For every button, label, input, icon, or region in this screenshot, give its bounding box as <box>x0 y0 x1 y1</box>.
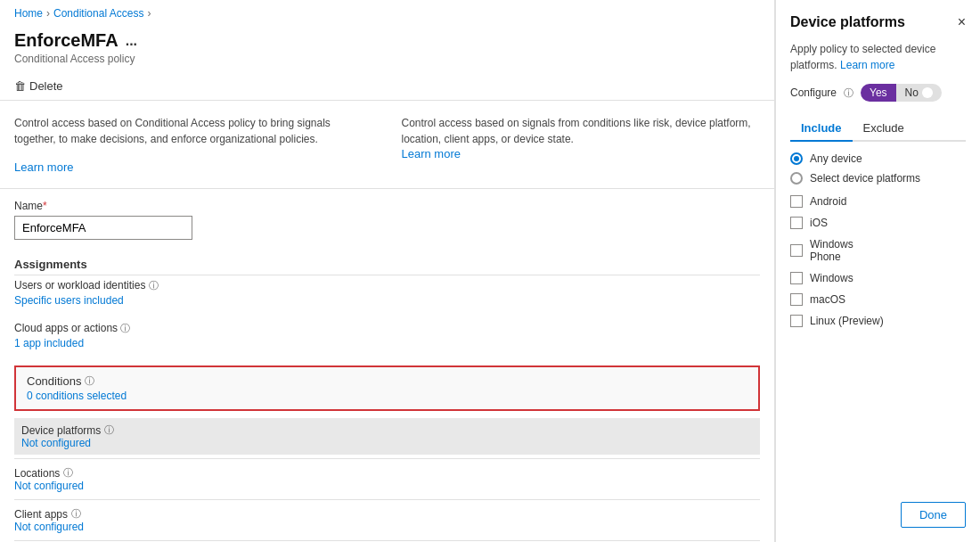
linux-checkbox[interactable]: Linux (Preview) <box>790 315 966 327</box>
select-platforms-radio-circle <box>790 172 803 185</box>
panel-learn-more[interactable]: Learn more <box>840 59 894 71</box>
device-platforms-value: Not configured <box>21 437 753 449</box>
configure-label: Configure <box>790 86 837 99</box>
windows-checkbox-box <box>790 272 803 284</box>
tab-exclude[interactable]: Exclude <box>853 116 915 142</box>
windows-label: Windows <box>810 272 853 284</box>
select-platforms-label: Select device platforms <box>810 172 920 185</box>
configure-row: Configure ⓘ Yes No <box>790 84 966 102</box>
right-learn-more[interactable]: Learn more <box>402 147 461 160</box>
android-checkbox-box <box>790 195 803 208</box>
left-desc-text: Control access based on Conditional Acce… <box>14 115 373 147</box>
page-subtitle: Conditional Access policy <box>14 53 760 65</box>
android-checkbox[interactable]: Android <box>790 195 966 208</box>
windows-checkbox[interactable]: Windows <box>790 272 966 284</box>
page-title-text: EnforceMFA <box>14 30 118 51</box>
windows-phone-checkbox-box <box>790 244 803 257</box>
users-value[interactable]: Specific users included <box>14 294 760 307</box>
android-label: Android <box>810 195 846 208</box>
side-panel-header: Device platforms × <box>790 14 966 30</box>
name-section: Name* <box>0 189 774 250</box>
any-device-radio[interactable]: Any device <box>790 152 966 165</box>
device-platforms-row[interactable]: Device platforms ⓘ Not configured <box>14 418 760 455</box>
done-button-row: Done <box>901 502 966 528</box>
side-panel: Device platforms × Apply policy to selec… <box>775 0 980 542</box>
side-panel-title: Device platforms <box>790 14 905 30</box>
cloud-label: Cloud apps or actions ⓘ <box>14 322 760 335</box>
description-section: Control access based on Conditional Acce… <box>0 101 774 189</box>
any-device-label: Any device <box>810 152 862 165</box>
toggle-yes[interactable]: Yes <box>861 84 896 102</box>
windows-phone-label: WindowsPhone <box>810 238 853 263</box>
linux-checkbox-box <box>790 315 803 327</box>
breadcrumb-sep1: › <box>46 7 50 20</box>
right-description: Control access based on signals from con… <box>402 115 761 174</box>
toggle-dot <box>922 87 933 98</box>
delete-button[interactable]: 🗑 Delete <box>14 79 63 93</box>
delete-label: Delete <box>29 79 63 93</box>
delete-icon: 🗑 <box>14 79 26 93</box>
macos-checkbox[interactable]: macOS <box>790 293 966 306</box>
configure-info-icon: ⓘ <box>844 86 853 100</box>
radio-group: Any device Select device platforms <box>790 152 966 185</box>
locations-row[interactable]: Locations ⓘ Not configured <box>14 463 760 496</box>
client-apps-row[interactable]: Client apps ⓘ Not configured <box>14 504 760 537</box>
ios-checkbox[interactable]: iOS <box>790 217 966 229</box>
device-platforms-label: Device platforms <box>21 424 101 437</box>
conditions-panel: Device platforms ⓘ Not configured Locati… <box>0 418 774 542</box>
tab-include[interactable]: Include <box>790 116 853 142</box>
breadcrumb: Home › Conditional Access › <box>0 0 774 27</box>
locations-label: Locations <box>14 467 60 480</box>
include-exclude-tabs: Include Exclude <box>790 116 966 142</box>
users-label: Users or workload identities ⓘ <box>14 279 760 292</box>
conditions-value: 0 conditions selected <box>27 390 747 402</box>
ellipsis-menu[interactable]: ... <box>126 33 137 49</box>
right-desc-text: Control access based on signals from con… <box>402 115 761 147</box>
device-platforms-info: ⓘ <box>104 423 114 437</box>
toggle-no[interactable]: No <box>896 84 942 102</box>
panel-description: Apply policy to selected device platform… <box>790 41 966 73</box>
toolbar: 🗑 Delete <box>0 72 774 101</box>
ios-label: iOS <box>810 217 828 229</box>
close-button[interactable]: × <box>958 14 966 30</box>
cloud-value[interactable]: 1 app included <box>14 337 760 349</box>
conditions-title: Conditions ⓘ <box>27 374 747 388</box>
assignments-title: Assignments <box>14 258 760 271</box>
windows-phone-checkbox[interactable]: WindowsPhone <box>790 238 966 263</box>
macos-label: macOS <box>810 293 845 306</box>
macos-checkbox-box <box>790 293 803 306</box>
locations-value: Not configured <box>14 480 760 492</box>
linux-label: Linux (Preview) <box>810 315 884 327</box>
left-description: Control access based on Conditional Acce… <box>14 115 373 174</box>
required-marker: * <box>43 200 47 212</box>
platform-checkboxes: Android iOS WindowsPhone Windows macOS L… <box>790 195 966 327</box>
breadcrumb-conditional-access[interactable]: Conditional Access <box>53 7 143 20</box>
done-button[interactable]: Done <box>901 502 966 528</box>
breadcrumb-sep2: › <box>147 7 151 20</box>
breadcrumb-home[interactable]: Home <box>14 7 43 20</box>
client-apps-value: Not configured <box>14 521 760 533</box>
left-learn-more[interactable]: Learn more <box>14 160 73 174</box>
name-label: Name* <box>14 200 760 212</box>
conditions-box[interactable]: Conditions ⓘ 0 conditions selected <box>14 365 760 411</box>
ios-checkbox-box <box>790 217 803 229</box>
locations-info: ⓘ <box>63 466 73 480</box>
name-input[interactable] <box>14 216 192 240</box>
conditions-info-icon: ⓘ <box>85 374 94 388</box>
page-header: EnforceMFA ... Conditional Access policy <box>0 27 774 72</box>
client-apps-info: ⓘ <box>71 507 81 521</box>
select-platforms-radio[interactable]: Select device platforms <box>790 172 966 185</box>
any-device-radio-circle <box>790 152 803 165</box>
client-apps-label: Client apps <box>14 508 68 521</box>
configure-toggle[interactable]: Yes No <box>861 84 942 102</box>
assignments-section: Assignments Users or workload identities… <box>0 250 774 358</box>
